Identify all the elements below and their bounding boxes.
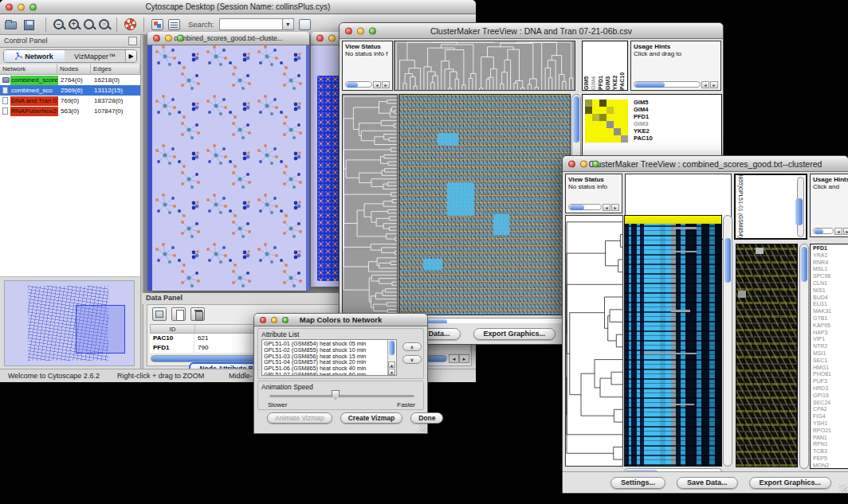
attribute-item[interactable]: GPL51-07 (GSM868) heat shock 60 min [264, 372, 396, 376]
gene-label[interactable]: PUF3 [813, 378, 848, 385]
matrix-cell[interactable] [621, 135, 628, 143]
array-column-label[interactable]: GPL51-02 (GSM855) [736, 174, 744, 187]
network-overview-thumbnail[interactable] [4, 280, 135, 366]
gene-label[interactable]: PFD1 [813, 245, 848, 252]
zoom-button[interactable] [369, 27, 376, 34]
treeview2-titlebar[interactable]: ClusterMaker TreeView : combined_scores_… [563, 156, 848, 172]
cytoscape-titlebar[interactable]: Cytoscape Desktop (Session Name: collins… [0, 0, 476, 14]
matrix-cell[interactable] [592, 121, 599, 128]
gene-label[interactable]: SEC24 [813, 400, 848, 407]
gene-label[interactable]: ELG1 [813, 301, 848, 308]
similarity-matrix[interactable] [585, 100, 628, 143]
search-dropdown-button[interactable]: ▼ [283, 18, 294, 30]
matrix-cell[interactable] [585, 121, 592, 128]
network-window-1-titlebar[interactable]: combined_scores_good.txt--cluste... [147, 32, 309, 45]
gene-list-vscrollbar[interactable] [799, 244, 809, 469]
resize-grip[interactable] [839, 484, 847, 492]
network-row[interactable]: DNA and Tran 07 769(0) 183728(0) [0, 96, 140, 106]
gene-label[interactable]: SPC98 [813, 273, 848, 280]
gene-label[interactable]: MSI1 [813, 350, 848, 357]
gene-label[interactable]: YSH1 [813, 420, 848, 428]
vizmapper-icon-button[interactable] [151, 19, 163, 30]
network-canvas-1[interactable] [147, 45, 309, 291]
gene-label[interactable]: NIS1 [813, 287, 848, 295]
matrix-cell[interactable] [585, 100, 592, 107]
animate-vizmap-button[interactable]: Animate Vizmap [267, 412, 332, 424]
zoom-selected-button[interactable]: ▫ [99, 19, 109, 29]
matrix-cell[interactable] [592, 128, 599, 135]
zoom-button[interactable] [29, 3, 37, 10]
matrix-cell[interactable] [599, 100, 607, 107]
dialog-titlebar[interactable]: Map Colors to Network [254, 314, 427, 326]
minimize-button[interactable] [18, 3, 25, 10]
matrix-cell[interactable] [621, 100, 628, 107]
close-button[interactable] [568, 160, 575, 167]
gene-label[interactable]: CPA2 [813, 406, 848, 413]
gene-label[interactable]: RPN1 [813, 441, 848, 448]
matrix-cell[interactable] [607, 128, 614, 135]
gene-label[interactable]: BUD4 [813, 295, 848, 302]
zoom-button[interactable] [282, 317, 289, 323]
zoom-button[interactable] [592, 160, 599, 167]
network-row[interactable]: combined_scores 2764(0) 16218(0) [0, 75, 140, 85]
attribute-browser-icon-button[interactable] [299, 19, 311, 30]
matrix-column-label[interactable]: GIM3 [605, 41, 612, 90]
matrix-cell[interactable] [599, 128, 607, 135]
annotation-icon-button[interactable] [168, 19, 180, 30]
matrix-row-label[interactable]: PAC10 [634, 135, 653, 142]
matrix-cell[interactable] [614, 121, 621, 128]
close-button[interactable] [260, 317, 266, 323]
gene-label[interactable]: YRA1 [813, 252, 848, 260]
matrix-cell[interactable] [592, 107, 599, 114]
column-labels-vscrollbar[interactable] [797, 177, 804, 237]
scroll-up-arrow[interactable]: ▲ [388, 361, 395, 368]
gene-label[interactable]: PHO81 [813, 371, 848, 378]
matrix-row-label[interactable]: PFD1 [634, 113, 653, 120]
open-file-button[interactable] [5, 18, 19, 31]
resize-grip[interactable] [418, 424, 426, 432]
scroll-down-arrow[interactable]: ▼ [388, 369, 395, 375]
matrix-cell[interactable] [585, 128, 592, 135]
gene-label[interactable]: NTR2 [813, 343, 848, 350]
matrix-cell[interactable] [621, 107, 628, 114]
main-heatmap[interactable] [398, 94, 571, 315]
matrix-cell[interactable] [607, 135, 614, 143]
tabs-overflow-arrow[interactable]: ▶ [125, 50, 136, 62]
gene-label[interactable]: GPI16 [813, 393, 848, 400]
gene-label[interactable]: HRD3 [813, 385, 848, 393]
matrix-cell[interactable] [607, 107, 614, 114]
search-input[interactable] [219, 18, 283, 30]
view-status-scrollbar[interactable]: ◄► [345, 80, 390, 88]
view-status-scrollbar[interactable]: ◄► [568, 203, 619, 211]
matrix-cell[interactable] [585, 114, 592, 121]
gene-label[interactable]: SEC1 [813, 357, 848, 365]
gene-label[interactable]: TCB3 [813, 448, 848, 455]
gene-label[interactable]: HMG1 [813, 365, 848, 372]
network-row[interactable]: combined_sco 2569(6) 13112(15) [0, 85, 140, 96]
overview-viewport-rect[interactable] [76, 305, 125, 354]
minimize-button[interactable] [271, 317, 277, 323]
row-dendrogram[interactable] [342, 94, 398, 315]
gene-label[interactable]: MAK31 [813, 308, 848, 315]
usage-hints-scrollbar[interactable]: ◄► [813, 227, 848, 235]
gene-label[interactable]: MON2 [813, 463, 848, 469]
array-column-label[interactable]: GPL51-01 (GSM854) [736, 187, 744, 238]
matrix-column-label[interactable]: GIM5 [583, 41, 591, 90]
minimize-button[interactable] [580, 160, 587, 167]
matrix-cell[interactable] [599, 135, 607, 143]
matrix-cell[interactable] [614, 135, 621, 143]
animation-speed-slider[interactable] [269, 395, 414, 397]
attribute-table-icon-button[interactable] [152, 307, 167, 321]
matrix-cell[interactable] [599, 107, 607, 114]
heatmap-vscrollbar[interactable] [723, 215, 732, 467]
gene-label[interactable]: RPO21 [813, 428, 848, 435]
attribute-list-vscrollbar[interactable]: ▲ ▼ [387, 340, 395, 375]
gene-label[interactable]: HAP3 [813, 330, 848, 337]
matrix-cell[interactable] [592, 114, 599, 121]
main-heatmap[interactable] [624, 215, 722, 467]
matrix-cell[interactable] [585, 135, 592, 143]
close-button[interactable] [345, 27, 352, 34]
zoom-fit-button[interactable] [84, 19, 94, 29]
minimize-button[interactable] [328, 35, 336, 42]
treeview2-action-button[interactable]: Export Graphics... [749, 477, 832, 489]
